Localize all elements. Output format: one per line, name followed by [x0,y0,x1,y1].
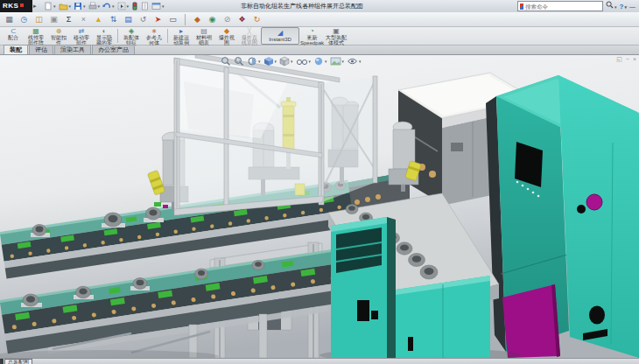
cmd-instant3d-button[interactable]: ◢Instant3D [261,27,299,45]
cmd-linear-pattern-button[interactable]: ▦线性零部件阵 [25,27,47,45]
commandmanager-tabs: 装配 评估 渲染工具 办公室产品 [0,46,639,55]
slot-cutout [408,337,413,351]
door-cutout-small [371,311,378,319]
checkbox-icon[interactable]: ▣ [48,13,60,26]
quick-access-toolbar: ▦ ◷ ◫ ▣ Σ × ▲ ⇅ ▤ ↺ ➤ ▭ ◆ ◉ ⊘ ❖ ↻ [0,12,639,27]
equation-icon[interactable]: Σ [63,13,74,26]
logo-flyout-arrow-icon[interactable]: ▸ [33,0,37,12]
cmd-exploded-view-button[interactable]: ◆爆炸视图 [215,27,238,45]
tab-assembly[interactable]: 装配 [4,45,28,54]
teal-cabinet-left[interactable] [331,217,387,358]
logo-accent-dot [20,4,24,7]
ribbon-icon[interactable]: ◆ [192,13,203,26]
warning-icon[interactable]: ▲ [93,13,104,26]
heads-up-view-toolbar [221,55,362,66]
display-style-icon[interactable] [279,56,293,66]
assembly-features-icon: ◈ [129,28,134,35]
search-scope-icon [520,4,523,10]
sort-icon[interactable]: ⇅ [108,13,119,26]
model-tab[interactable]: 总装配图 [4,359,32,364]
cluster-icon[interactable]: ❖ [236,13,248,26]
display-icon[interactable]: ▭ [167,13,179,26]
refresh-icon[interactable]: ↻ [251,13,263,26]
solidworks-window: RKS ▸ 非标自动化组装生产线各种组件展开总装配图 ? — ▦ ◷ ◫ [0,0,639,364]
group-separator [117,29,118,43]
doc-minimize-icon[interactable]: − [626,55,629,64]
search-box [517,1,603,11]
tab-evaluate[interactable]: 评估 [29,45,53,54]
cmd-show-hidden-button[interactable]: ◐显示隐藏的零部件 [93,27,116,45]
help-button[interactable]: ? [620,3,627,10]
group-separator [167,29,168,43]
green-fitting [154,202,161,206]
hide-show-items-icon[interactable] [296,56,312,66]
rotate-icon[interactable]: ↺ [137,13,149,26]
mate-icon: ⊂ [11,28,17,35]
save-button[interactable] [74,1,86,11]
zoom-fit-icon[interactable] [221,56,231,66]
large-assembly-icon: ▣ [333,28,340,35]
view-settings-icon[interactable] [347,56,362,66]
motion-study-icon: ▸ [179,28,183,35]
view-orientation-icon[interactable] [263,56,277,66]
show-hidden-icon: ◐ [102,28,107,35]
tab-office-products[interactable]: 办公室产品 [92,45,135,54]
graphics-viewport[interactable]: ◱ − × [0,55,639,358]
clipboard-icon[interactable]: ▤ [123,13,134,26]
new-document-button[interactable] [44,1,56,11]
cmd-reference-geometry-button[interactable]: ∗参考几何体 [143,27,165,45]
command-manager: ⊂配合 ▦线性零部件阵 ⊕智能扣件 ⇄移动零部件 ◐显示隐藏的零部件 ◈装配体特… [0,27,639,46]
reference-geometry-icon: ∗ [151,28,158,35]
toolbar-separator [185,14,186,25]
save-table-icon[interactable]: ◫ [33,13,45,26]
cmd-move-component-button[interactable]: ⇄移动零部件 [70,27,93,45]
minimize-ribbon-icon[interactable]: — [629,4,635,10]
speedpak-icon: ◔ [310,28,314,35]
zoom-area-icon[interactable] [234,56,244,66]
instant3d-icon: ◢ [277,30,283,37]
search-area: ? — [517,1,635,11]
cabinet-hole [577,205,586,214]
cmd-new-motion-study-button[interactable]: ▸新建运动算例 [170,27,193,45]
exploded-view-icon: ◆ [224,28,229,35]
no-access-icon[interactable]: ⊘ [221,13,233,26]
cmd-assembly-features-button[interactable]: ◈装配体特征 [120,27,143,45]
bom-icon: ▤ [200,28,207,35]
search-magnifier-icon[interactable] [606,1,617,12]
cmd-explode-line-sketch-button[interactable]: ╳爆炸直线草图 [238,27,261,45]
cmd-smart-fasteners-button[interactable]: ⊕智能扣件 [47,27,70,45]
tab-nav-button[interactable] [0,359,4,364]
status-bar: 总装配图 [0,358,639,364]
tab-render-tools[interactable]: 渲染工具 [54,45,91,54]
teal-cabinet-center[interactable] [396,276,490,358]
open-button[interactable] [59,1,72,11]
print-button[interactable] [88,1,101,11]
apply-scene-icon[interactable] [330,56,345,66]
cmd-bom-button[interactable]: ▤材料明细表 [193,27,215,45]
explode-line-sketch-icon: ╳ [248,28,252,35]
save-icon [74,2,82,10]
clock-icon[interactable]: ◷ [18,13,30,26]
printer-icon [88,2,97,10]
cabinet-gap [387,217,396,358]
section-view-icon[interactable] [247,56,261,66]
edit-appearance-icon[interactable] [313,56,327,66]
cut-icon[interactable]: × [78,13,89,26]
open-folder-icon [59,2,68,10]
move-component-icon: ⇄ [79,28,85,35]
new-document-icon [44,2,53,10]
camera-icon[interactable]: ▦ [4,13,15,26]
doc-close-icon[interactable]: × [633,55,636,64]
station-tower-4[interactable] [389,122,418,192]
cmd-large-assembly-mode-button[interactable]: ▣大型装配体模式 [325,27,348,45]
globe-icon[interactable]: ◉ [207,13,218,26]
pointer-icon[interactable]: ➤ [152,13,164,26]
cmd-update-speedpak-button[interactable]: ◔更新Speedpak [299,27,325,45]
magenta-fitting [163,205,168,208]
door-cutout [357,300,369,321]
cmd-mate-button[interactable]: ⊂配合 [2,27,25,45]
search-input[interactable] [525,3,602,10]
doc-restore-icon[interactable]: ◱ [616,55,622,64]
magenta-panel[interactable] [502,284,560,358]
magenta-button[interactable] [586,194,602,210]
